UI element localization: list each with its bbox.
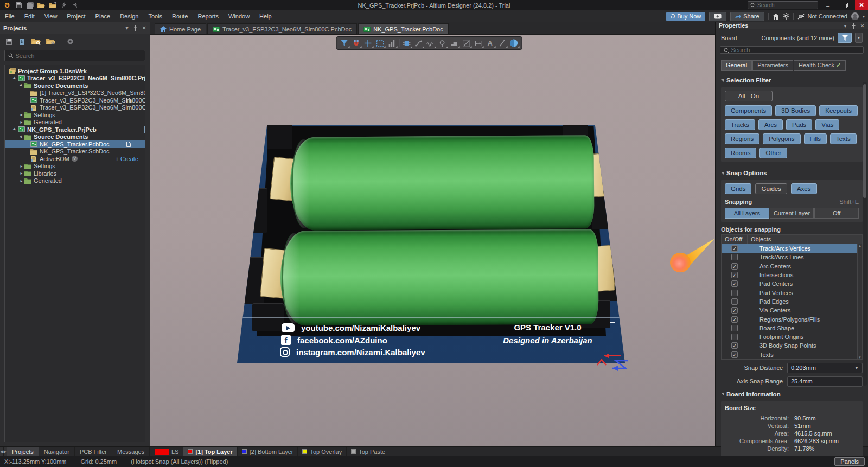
battery-cell-top[interactable]	[290, 135, 594, 231]
select-tool[interactable]	[374, 37, 386, 49]
expander-icon[interactable]: ▸	[19, 164, 24, 169]
via-tool[interactable]	[436, 37, 448, 49]
menu-reports[interactable]: Reports	[193, 11, 224, 21]
tab-tracer-pcbdoc[interactable]: Tracer_v3_ESP32C3_Neo6M_Sim800C.PcbDoc	[207, 23, 357, 34]
panel-tab-pcb-filter[interactable]: PCB Filter	[75, 447, 112, 456]
tree-item-nkgps-pcbdoc[interactable]: NK_GPS_Tracker.PcbDoc	[5, 140, 145, 148]
projects-search-input[interactable]	[16, 53, 142, 59]
tree-item-settings[interactable]: ▸ Settings	[5, 163, 145, 170]
menu-window[interactable]: Window	[224, 11, 254, 21]
guides-button[interactable]: Guides	[755, 183, 787, 194]
table-row[interactable]: ✓Via Centers	[722, 306, 862, 315]
filter-keepouts-button[interactable]: Keepouts	[819, 105, 858, 116]
table-scrollbar[interactable]	[857, 244, 862, 359]
table-row[interactable]: ✓Footprint Origins	[722, 332, 862, 341]
folder-settings-icon[interactable]	[46, 38, 55, 45]
dimension-tool[interactable]	[472, 37, 484, 49]
panel-tab-messages[interactable]: Messages	[112, 447, 150, 456]
axes-button[interactable]: Axes	[791, 183, 817, 194]
table-row[interactable]: ✓Board Shape	[722, 324, 862, 332]
checkbox-checked[interactable]: ✓	[731, 263, 738, 270]
filter-polygons-button[interactable]: Polygons	[763, 133, 800, 144]
share-button[interactable]: Share	[730, 12, 764, 21]
save-all-icon[interactable]	[26, 2, 34, 9]
board-information-section[interactable]: Board Information	[716, 387, 868, 400]
layer-tab-bottom-layer[interactable]: [2] Bottom Layer	[238, 447, 298, 456]
checkbox-checked[interactable]: ✓	[731, 272, 738, 278]
filter-fills-button[interactable]: Fills	[804, 133, 827, 144]
expander-icon[interactable]: ▸	[18, 133, 25, 140]
tab-parameters[interactable]: Parameters	[752, 60, 793, 71]
tree-item-source-documents[interactable]: ▸ Source Documents	[5, 133, 145, 141]
checkin-icon[interactable]	[18, 38, 26, 46]
tab-home-page[interactable]: Home Page	[155, 23, 206, 34]
restore-button[interactable]	[838, 0, 853, 10]
checkbox-checked[interactable]: ✓	[731, 245, 738, 252]
route-tool[interactable]	[412, 37, 424, 49]
menu-view[interactable]: View	[40, 11, 62, 21]
checkbox-checked[interactable]: ✓	[731, 280, 738, 287]
avatar-dropdown-caret[interactable]: ▾	[863, 14, 865, 19]
selection-filter-section[interactable]: Selection Filter	[716, 73, 868, 86]
filter-rooms-button[interactable]: Rooms	[725, 148, 756, 158]
expander-icon[interactable]: ▸	[19, 120, 24, 125]
expander-icon[interactable]: ▸	[11, 75, 18, 82]
tree-item-generated[interactable]: ▸ Generated	[5, 119, 145, 126]
off-button[interactable]: Off	[814, 208, 859, 219]
menu-file[interactable]: File	[0, 11, 20, 21]
table-row[interactable]: ✓3D Body Snap Points	[722, 341, 862, 350]
fill-region-tool[interactable]	[448, 37, 460, 49]
panel-pin-icon[interactable]	[133, 25, 138, 31]
table-row[interactable]: ✓Track/Arcs Vertices	[722, 244, 862, 253]
table-row[interactable]: ✓Intersections	[722, 271, 862, 279]
table-row[interactable]: ✓Regions/Polygons/Fills	[722, 315, 862, 323]
tree-item-nkgps-schdoc[interactable]: NK_GPS_Tracker.SchDoc	[5, 148, 145, 156]
properties-search-input[interactable]	[731, 47, 860, 53]
settings-gear-icon[interactable]	[783, 13, 789, 20]
layer-tab-top-overlay[interactable]: Top Overlay	[298, 447, 347, 456]
all-on-button[interactable]: All - On	[725, 91, 773, 101]
layer-tab-top-paste[interactable]: Top Paste	[347, 447, 390, 456]
current-layer-button[interactable]: Current Layer	[770, 208, 814, 219]
checkbox-unchecked[interactable]: ✓	[731, 334, 738, 340]
move-tool[interactable]	[362, 37, 374, 49]
filter-tracks-button[interactable]: Tracks	[725, 119, 755, 130]
filter-vias-button[interactable]: Vias	[815, 119, 839, 130]
panel-pin-icon[interactable]	[851, 23, 856, 29]
checkbox-unchecked[interactable]: ✓	[731, 325, 738, 331]
tree-item-workspace[interactable]: Project Group 1.DsnWrk	[5, 67, 145, 75]
battery-cell-bottom[interactable]	[280, 229, 599, 325]
grids-button[interactable]: Grids	[725, 183, 751, 194]
tree-item-activebom[interactable]: ActiveBOM ? + Create	[5, 155, 145, 163]
connection-status[interactable]: Not Connected	[797, 13, 847, 20]
snapping-tool[interactable]	[350, 37, 362, 49]
place-component-tool[interactable]	[400, 37, 412, 49]
table-row[interactable]: ✓Texts	[722, 350, 862, 359]
slash-tool[interactable]	[496, 37, 508, 49]
pcb-3d-viewport[interactable]: youtube.com/NizamiKalbaliyev f facebook.…	[150, 35, 715, 446]
filter-arcs-button[interactable]: Arcs	[758, 119, 783, 130]
undo-icon[interactable]	[60, 2, 68, 9]
line-tool[interactable]	[460, 37, 472, 49]
expander-icon[interactable]: ▸	[19, 171, 24, 176]
checkbox-checked[interactable]: ✓	[731, 342, 738, 349]
tree-item-tracer-schdoc[interactable]: [1] Tracer_v3_ESP32C3_Neo6M_Sim800C.SchD…	[5, 89, 145, 97]
filter-dropdown[interactable]: ▾	[855, 33, 863, 43]
filter-3dbodies-button[interactable]: 3D Bodies	[775, 105, 816, 116]
save-project-icon[interactable]	[5, 38, 13, 46]
expander-icon[interactable]: ▸	[11, 126, 18, 133]
table-row[interactable]: ✓Pad Edges	[722, 297, 862, 306]
snap-options-section[interactable]: Snap Options	[716, 165, 868, 178]
menu-project[interactable]: Project	[62, 11, 90, 21]
home-icon[interactable]	[773, 14, 779, 20]
all-layers-button[interactable]: All Layers	[725, 208, 769, 219]
menu-edit[interactable]: Edit	[20, 11, 40, 21]
filter-other-button[interactable]: Other	[760, 148, 787, 158]
projects-search[interactable]	[4, 50, 145, 61]
filter-regions-button[interactable]: Regions	[725, 133, 760, 144]
tree-item-generated[interactable]: ▸ Generated	[5, 177, 145, 185]
panel-tab-projects[interactable]: Projects	[7, 447, 39, 456]
filter-pads-button[interactable]: Pads	[786, 119, 812, 130]
checkbox-unchecked[interactable]: ✓	[731, 254, 738, 260]
tree-item-libraries[interactable]: ▸ Libraries	[5, 170, 145, 177]
